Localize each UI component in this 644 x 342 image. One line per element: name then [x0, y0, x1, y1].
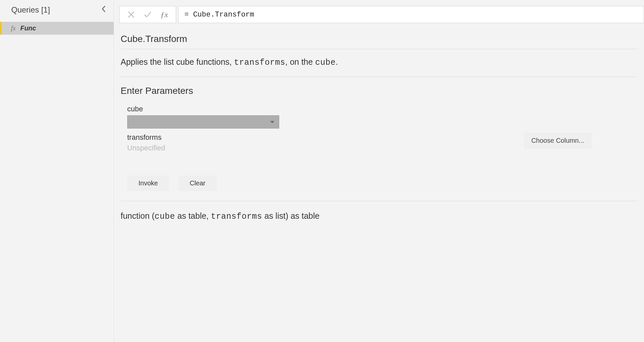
content-area: Cube.Transform Applies the list cube fun…: [114, 25, 644, 235]
desc-param-cube: cube: [315, 58, 336, 67]
action-buttons: Invoke Clear: [121, 152, 637, 201]
query-item-label: Func: [20, 24, 36, 32]
formula-controls: ƒx: [119, 6, 176, 23]
confirm-icon[interactable]: [139, 8, 156, 21]
param-row-transforms: transforms Unspecified Choose Column...: [127, 133, 637, 152]
queries-sidebar: Queries [1] fx Func: [0, 0, 114, 342]
formula-bar-row: ƒx = Cube.Transform: [114, 0, 644, 25]
collapse-icon[interactable]: [100, 4, 108, 16]
parameters-heading: Enter Parameters: [121, 77, 637, 105]
param-label-transforms: transforms: [127, 133, 165, 142]
query-item-func[interactable]: fx Func: [0, 22, 114, 35]
desc-mid: , on the: [285, 57, 315, 66]
sidebar-title: Queries [1]: [11, 5, 50, 15]
param-label-cube: cube: [127, 105, 637, 113]
sidebar-header: Queries [1]: [0, 0, 114, 22]
sig-p1t: as table,: [175, 211, 211, 220]
main-panel: ƒx = Cube.Transform Cube.Transform Appli…: [114, 0, 644, 342]
clear-button[interactable]: Clear: [178, 175, 217, 191]
desc-suffix: .: [336, 57, 338, 66]
cancel-icon[interactable]: [123, 8, 139, 21]
sig-p2t: as list) as table: [262, 211, 320, 220]
fx-icon: fx: [11, 24, 16, 32]
desc-prefix: Applies the list cube functions,: [121, 57, 234, 66]
chevron-down-icon: [270, 121, 274, 123]
desc-param-transforms: transforms: [234, 58, 285, 67]
fx-icon[interactable]: ƒx: [156, 8, 172, 21]
formula-text: = Cube.Transform: [184, 11, 254, 19]
formula-input[interactable]: = Cube.Transform: [178, 6, 644, 23]
function-signature: function (cube as table, transforms as l…: [121, 201, 637, 228]
cube-dropdown[interactable]: [127, 115, 279, 129]
app-root: Queries [1] fx Func ƒx: [0, 0, 644, 342]
param-value-transforms: Unspecified: [127, 144, 165, 152]
invoke-button[interactable]: Invoke: [127, 175, 169, 191]
parameters-block: cube transforms Unspecified Choose Colum…: [121, 105, 637, 152]
sig-p2: transforms: [211, 212, 262, 221]
function-name: Cube.Transform: [121, 25, 637, 49]
sig-p1: cube: [155, 212, 175, 221]
sig-prefix: function (: [121, 211, 155, 220]
function-description: Applies the list cube functions, transfo…: [121, 49, 637, 77]
choose-column-button[interactable]: Choose Column...: [524, 133, 591, 148]
